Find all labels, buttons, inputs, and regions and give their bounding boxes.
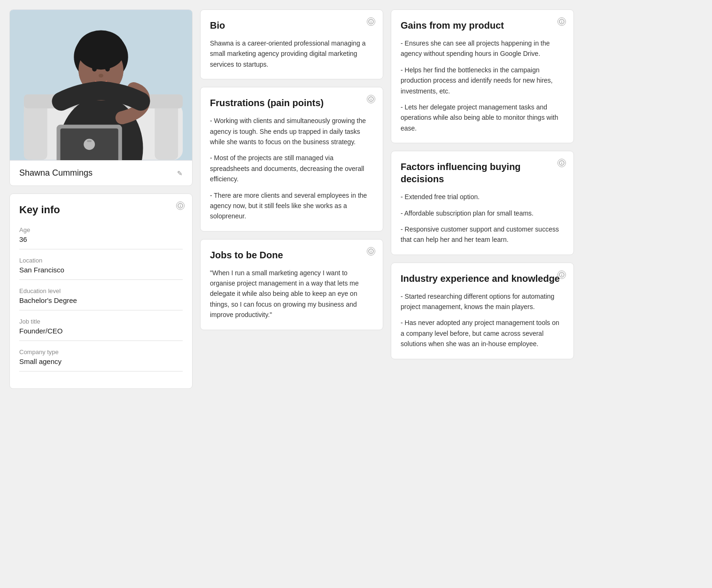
svg-rect-36 [561,163,562,165]
svg-rect-24 [371,22,371,23]
frustration-point-2: - Most of the projects are still managed… [210,153,373,184]
frustration-point-1: - Working with clients and simultaneousl… [210,116,373,147]
jobs-title: Jobs to be Done [210,249,373,261]
gains-title: Gains from my product [401,19,564,31]
bio-card: Bio Shawna is a career-oriented professi… [200,9,383,79]
bio-hint-icon[interactable] [367,17,375,26]
svg-rect-21 [180,206,181,208]
buying-decisions-card: Factors influencing buying decisions - E… [391,151,574,255]
buying-decisions-content: - Extended free trial option. - Affordab… [401,192,564,245]
location-value: San Francisco [19,266,183,280]
svg-point-20 [180,204,181,205]
bio-content: Shawna is a career-oriented professional… [210,38,373,70]
buying-decisions-title: Factors influencing buying decisions [401,161,564,185]
svg-point-38 [561,273,562,274]
jobs-content: "When I run a small marketing agency I w… [210,268,373,320]
svg-rect-33 [561,22,562,23]
industry-experience-card: Industry experience and knowledge - Star… [391,263,574,359]
frustrations-content: - Working with clients and simultaneousl… [210,116,373,222]
industry-point-2: - Has never adopted any project manageme… [401,317,564,349]
buying-point-3: - Responsive customer support and custom… [401,224,564,245]
age-label: Age [19,226,183,233]
svg-point-15 [92,66,97,71]
gain-point-1: - Ensures she can see all projects happe… [401,38,564,59]
jobs-hint-icon[interactable] [367,247,375,255]
key-info-title: Key info [19,203,183,217]
frustration-point-3: - There are more clients and several emp… [210,190,373,222]
industry-experience-content: - Started researching different options … [401,291,564,349]
svg-point-23 [371,20,371,21]
profile-name-row: Shawna Cummings ✎ [10,160,192,186]
education-value: Bachelor's Degree [19,296,183,310]
right-column: Gains from my product - Ensures she can … [391,9,574,389]
location-label: Location [19,257,183,264]
svg-point-32 [561,20,562,21]
svg-rect-39 [561,274,562,276]
location-field: Location San Francisco [19,257,183,280]
company-type-label: Company type [19,348,183,356]
age-field: Age 36 [19,226,183,249]
svg-rect-30 [371,251,371,253]
gain-point-2: - Helps her find the bottlenecks in the … [401,65,564,96]
svg-point-29 [371,250,371,251]
svg-point-35 [561,162,562,162]
bio-title: Bio [210,19,373,31]
gains-content: - Ensures she can see all projects happe… [401,38,564,133]
profile-image-container [10,10,192,160]
gain-point-3: - Lets her delegate project management t… [401,102,564,133]
job-title-field: Job title Founder/CEO [19,318,183,341]
jobs-card: Jobs to be Done "When I run a small mark… [200,239,383,330]
education-field: Education level Bachelor's Degree [19,287,183,310]
svg-point-17 [99,74,103,77]
hint-icon[interactable] [176,201,185,210]
profile-image [10,10,192,160]
frustrations-card: Frustrations (pain points) - Working wit… [200,87,383,232]
svg-point-16 [105,66,110,71]
company-type-value: Small agency [19,357,183,371]
svg-rect-27 [371,99,371,101]
industry-hint-icon[interactable] [557,271,566,279]
svg-point-26 [371,98,371,99]
profile-name: Shawna Cummings [19,168,93,178]
education-label: Education level [19,287,183,294]
buying-point-2: - Affordable subscription plan for small… [401,208,564,218]
middle-column: Bio Shawna is a career-oriented professi… [200,9,383,389]
industry-point-1: - Started researching different options … [401,291,564,312]
frustrations-title: Frustrations (pain points) [210,97,373,109]
profile-card: Shawna Cummings ✎ [9,9,193,186]
gains-hint-icon[interactable] [557,17,566,26]
gains-card: Gains from my product - Ensures she can … [391,9,574,143]
job-title-label: Job title [19,318,183,325]
frustrations-hint-icon[interactable] [367,95,375,103]
svg-point-14 [77,31,125,70]
company-type-field: Company type Small agency [19,348,183,371]
left-column: Shawna Cummings ✎ Key info Age 36 Locati… [9,9,193,389]
age-value: 36 [19,235,183,249]
svg-rect-9 [87,140,92,142]
industry-experience-title: Industry experience and knowledge [401,272,564,285]
buying-point-1: - Extended free trial option. [401,192,564,202]
edit-icon[interactable]: ✎ [177,170,183,177]
buying-hint-icon[interactable] [557,159,566,167]
job-title-value: Founder/CEO [19,327,183,341]
key-info-card: Key info Age 36 Location San Francisco E… [9,193,193,389]
